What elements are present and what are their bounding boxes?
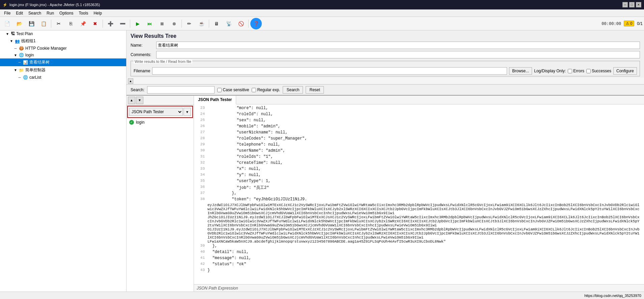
sidebar-item-test-plan[interactable]: ▼ 🏗 Test Plan bbox=[0, 30, 126, 37]
remote-stop-button[interactable]: 🚫 bbox=[235, 18, 247, 29]
file-section-title: Write results to file / Read from file bbox=[134, 59, 192, 64]
view-type-dropdown[interactable]: JSON Path Tester Sampler result Request … bbox=[129, 108, 183, 116]
sidebar-item-cookie-manager[interactable]: ─ 🍪 HTTP Cookie Manager bbox=[0, 45, 126, 52]
sidebar-item-simple-controller[interactable]: ▼ 📁 简单控制器 bbox=[0, 66, 126, 74]
dropdown-arrow-btn[interactable]: ▼ bbox=[184, 108, 191, 116]
tab-json-path-tester[interactable]: JSON Path Tester bbox=[194, 96, 236, 104]
results-up-btn[interactable]: ▲ bbox=[128, 97, 135, 104]
log-display-label: Log/Display Only: bbox=[534, 69, 566, 73]
successes-checkbox[interactable] bbox=[586, 69, 591, 73]
json-line-30: 30 "userName": "admin", bbox=[194, 148, 644, 154]
menu-search[interactable]: Search bbox=[26, 10, 44, 16]
timer-display: 00:00:00 bbox=[601, 21, 621, 26]
json-line-35: 35 "userType": 1, bbox=[194, 179, 644, 185]
browse-button[interactable]: Browse... bbox=[509, 67, 532, 75]
token-continuation: eyJzdWIiOiJ7XCJlbWFpbFwiOlwiMTExXCJzXCJ1… bbox=[194, 203, 644, 244]
comments-input[interactable] bbox=[156, 51, 640, 58]
sidebar-item-login[interactable]: ▼ 🌐 login bbox=[0, 52, 126, 58]
json-line-32: 32 "createTime": null, bbox=[194, 160, 644, 167]
help-button[interactable]: ❓ bbox=[250, 18, 262, 29]
panel-title: View Results Tree bbox=[127, 30, 644, 41]
run-button[interactable]: ▶ bbox=[132, 18, 143, 29]
case-sensitive-label[interactable]: Case sensitive bbox=[217, 88, 249, 92]
sidebar-item-view-results[interactable]: ─ 📊 查看结果树 bbox=[0, 58, 126, 66]
new-button[interactable]: 📄 bbox=[1, 18, 13, 29]
case-sensitive-checkbox[interactable] bbox=[217, 88, 222, 92]
comments-row: Comments: bbox=[127, 50, 644, 59]
minimize-button[interactable]: ─ bbox=[622, 2, 628, 7]
close-button[interactable]: ✕ bbox=[636, 2, 641, 7]
search-button[interactable]: Search bbox=[283, 86, 303, 94]
menu-help[interactable]: Help bbox=[91, 10, 105, 16]
json-line-36: 36 "job": "员工2" bbox=[194, 185, 644, 191]
maximize-button[interactable]: □ bbox=[629, 2, 635, 7]
separator-4 bbox=[181, 20, 182, 28]
view-results-label: 查看结果树 bbox=[29, 59, 50, 65]
menu-options[interactable]: Options bbox=[57, 10, 76, 16]
scroll-up-btn[interactable]: ▲ bbox=[128, 78, 133, 84]
toggle-icon: ─ bbox=[18, 60, 22, 64]
save-button[interactable]: 💾 bbox=[26, 18, 37, 29]
title-bar: ⚡ login.jmx (F:\login.jmx) - Apache JMet… bbox=[0, 0, 644, 9]
json-line-29: 29 "telephone": null, bbox=[194, 142, 644, 148]
cut-button[interactable]: ✂ bbox=[53, 18, 64, 29]
stop-now-button[interactable]: ⏺ bbox=[168, 18, 180, 29]
app-icon: ⚡ bbox=[3, 3, 7, 7]
toolbar-right: 00:00:00 ⚠ 0 0/1 bbox=[601, 21, 643, 26]
json-tabs: JSON Path Tester bbox=[194, 96, 644, 104]
toggle-icon: ─ bbox=[13, 47, 18, 50]
stop-button[interactable]: ⏹ bbox=[156, 18, 168, 29]
templates-button[interactable]: 📋 bbox=[38, 18, 49, 29]
configure-button[interactable]: Configure bbox=[613, 67, 637, 75]
sidebar-item-car-list[interactable]: ─ 🌐 carList bbox=[0, 74, 126, 81]
remove-button[interactable]: ➖ bbox=[117, 18, 128, 29]
toggle-icon: ▼ bbox=[9, 39, 13, 43]
search-input[interactable] bbox=[147, 86, 215, 94]
successes-checkbox-label[interactable]: Successes bbox=[586, 69, 611, 73]
menu-tools[interactable]: Tools bbox=[76, 10, 91, 16]
filename-input[interactable] bbox=[152, 67, 507, 75]
json-content[interactable]: 23 "more": null, 24 "roleId": null, 25 "… bbox=[194, 104, 644, 284]
file-row: Filename Browse... Log/Display Only: Err… bbox=[134, 67, 637, 75]
name-input[interactable] bbox=[156, 42, 640, 49]
json-line-39: 39 }, bbox=[194, 244, 644, 250]
results-down-btn[interactable]: ▼ bbox=[136, 97, 143, 104]
open-button[interactable]: 📂 bbox=[13, 18, 25, 29]
sidebar-item-thread-group[interactable]: ▼ 👥 线程组1 bbox=[0, 37, 126, 45]
json-line-37: 37 }, bbox=[194, 191, 644, 197]
json-line-23: 23 "more": null, bbox=[194, 106, 644, 112]
test-plan-label: Test Plan bbox=[16, 31, 33, 36]
result-item-login[interactable]: ✓ login bbox=[127, 119, 194, 126]
remote-all-button[interactable]: 📡 bbox=[223, 18, 234, 29]
menu-edit[interactable]: Edit bbox=[13, 10, 26, 16]
bean-button[interactable]: ☕ bbox=[196, 18, 207, 29]
copy-button[interactable]: ⎘ bbox=[65, 18, 77, 29]
reset-button[interactable]: Reset bbox=[306, 86, 324, 94]
toggle-icon: ▼ bbox=[5, 32, 9, 36]
token-line-3: OiJIUzI1NiJ9.eyJzdWIiOiJ7XCJlbWFpbFwiOlw… bbox=[194, 227, 643, 240]
errors-checkbox[interactable] bbox=[568, 69, 572, 73]
separator-5 bbox=[209, 20, 209, 28]
paste-button[interactable]: 📌 bbox=[77, 18, 89, 29]
window-title: login.jmx (F:\login.jmx) - Apache JMeter… bbox=[9, 3, 100, 7]
errors-checkbox-label[interactable]: Errors bbox=[568, 69, 584, 73]
separator-1 bbox=[51, 20, 51, 28]
content-panel: View Results Tree Name: Comments: Write … bbox=[127, 30, 644, 292]
add-button[interactable]: ➕ bbox=[105, 18, 116, 29]
json-line-43: 43 } bbox=[194, 268, 644, 274]
thread-group-label: 线程组1 bbox=[21, 38, 36, 44]
menu-file[interactable]: File bbox=[1, 10, 13, 16]
menu-run[interactable]: Run bbox=[44, 10, 57, 16]
clear-button[interactable]: ✏ bbox=[184, 18, 195, 29]
title-bar-controls[interactable]: ─ □ ✕ bbox=[622, 2, 641, 7]
results-right-panel: JSON Path Tester 23 "more": null, 24 "ro… bbox=[194, 96, 644, 292]
controller-icon: 📁 bbox=[19, 68, 24, 73]
run-no-pause-button[interactable]: ⏭ bbox=[144, 18, 156, 29]
json-line-26: 26 "mobile": "admin", bbox=[194, 124, 644, 130]
regular-exp-label[interactable]: Regular exp. bbox=[252, 88, 280, 92]
token-line-2: JhZGciOiJIUzI1NiJ9.eyJzdWIiOiJ7XCJlbWFpb… bbox=[194, 215, 643, 227]
delete-button[interactable]: ✖ bbox=[89, 18, 101, 29]
remote-run-button[interactable]: 🖥 bbox=[211, 18, 222, 29]
regular-exp-checkbox[interactable] bbox=[252, 88, 256, 92]
results-left-panel: ▲ ▼ JSON Path Tester Sampler result Requ… bbox=[127, 96, 194, 292]
